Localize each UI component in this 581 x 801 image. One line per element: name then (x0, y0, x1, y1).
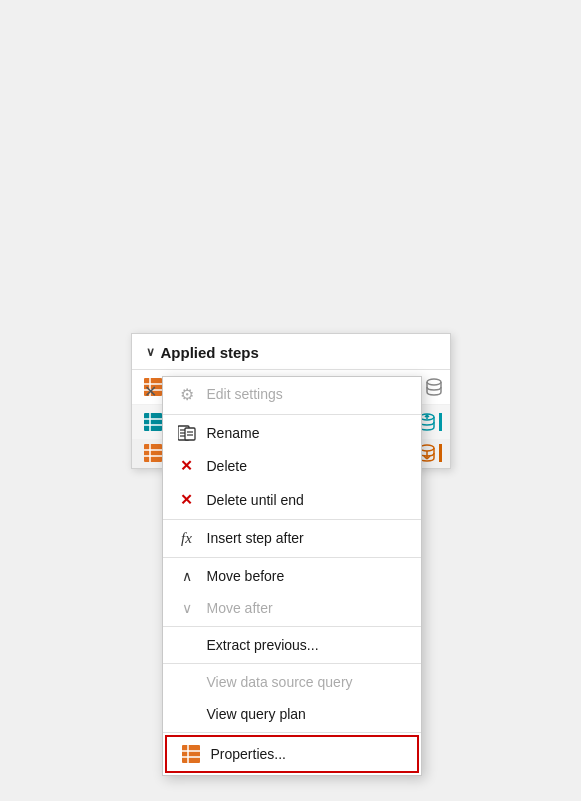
svg-point-14 (420, 445, 434, 451)
delete-icon: ✕ (177, 457, 197, 475)
fx-icon: fx (177, 530, 197, 547)
menu-move-before-label: Move before (207, 568, 285, 584)
menu-move-after-label: Move after (207, 600, 273, 616)
menu-properties-label: Properties... (211, 746, 286, 762)
menu-delete-until-end-label: Delete until end (207, 492, 304, 508)
step-renamed-icon (142, 442, 164, 464)
chevron-down-icon: ∨ (177, 600, 197, 616)
delete-until-end-icon: ✕ (177, 491, 197, 509)
menu-extract-previous-label: Extract previous... (207, 637, 319, 653)
menu-item-view-query-plan[interactable]: View query plan (163, 698, 421, 730)
menu-view-data-source-label: View data source query (207, 674, 353, 690)
menu-delete-label: Delete (207, 458, 247, 474)
menu-view-query-plan-label: View query plan (207, 706, 306, 722)
menu-item-rename[interactable]: Rename (163, 417, 421, 449)
applied-steps-panel: ∨ Applied steps Source ⚙ (131, 333, 451, 469)
menu-divider-5 (163, 663, 421, 664)
menu-item-delete[interactable]: ✕ Delete (163, 449, 421, 483)
properties-table-icon (181, 745, 201, 763)
menu-item-edit-settings[interactable]: ⚙ Edit settings (163, 377, 421, 412)
panel-title: Applied steps (161, 344, 259, 361)
menu-divider-1 (163, 414, 421, 415)
svg-rect-22 (185, 428, 195, 440)
menu-divider-3 (163, 557, 421, 558)
svg-rect-25 (182, 745, 200, 763)
menu-item-delete-until-end[interactable]: ✕ Delete until end (163, 483, 421, 517)
menu-item-move-after[interactable]: ∨ Move after (163, 592, 421, 624)
context-menu: ⚙ Edit settings Rename ✕ Dele (162, 376, 422, 776)
menu-item-insert-step-after[interactable]: fx Insert step after (163, 522, 421, 555)
menu-item-properties[interactable]: Properties... (165, 735, 419, 773)
collapse-chevron-icon[interactable]: ∨ (146, 345, 155, 359)
menu-divider-2 (163, 519, 421, 520)
svg-rect-10 (144, 444, 162, 462)
step-renamed-actions (419, 444, 442, 462)
menu-divider-4 (163, 626, 421, 627)
menu-divider-6 (163, 732, 421, 733)
rename-icon (177, 425, 197, 441)
context-menu-close-button[interactable]: ✕ (140, 376, 162, 408)
gear-menu-icon: ⚙ (177, 385, 197, 404)
step-navigation-actions (419, 413, 442, 431)
menu-item-view-data-source-query[interactable]: View data source query (163, 666, 421, 698)
menu-insert-step-after-label: Insert step after (207, 530, 304, 546)
menu-item-move-before[interactable]: ∧ Move before (163, 560, 421, 592)
menu-edit-settings-label: Edit settings (207, 386, 283, 402)
menu-rename-label: Rename (207, 425, 260, 441)
chevron-up-icon: ∧ (177, 568, 197, 584)
panel-header: ∨ Applied steps (132, 334, 450, 369)
svg-rect-5 (144, 413, 162, 431)
svg-point-4 (427, 379, 441, 385)
menu-item-extract-previous[interactable]: Extract previous... (163, 629, 421, 661)
step-navigation-icon (142, 411, 164, 433)
